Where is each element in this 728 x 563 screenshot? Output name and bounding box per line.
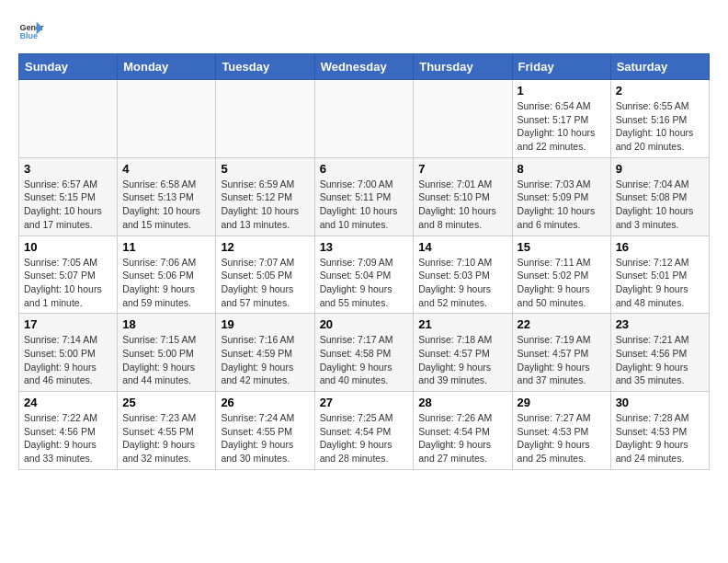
- day-number: 9: [616, 162, 704, 176]
- day-header-wednesday: Wednesday: [314, 54, 414, 80]
- calendar-week-5: 24Sunrise: 7:22 AMSunset: 4:56 PMDayligh…: [19, 392, 710, 470]
- day-number: 26: [221, 396, 309, 409]
- calendar-cell: 3Sunrise: 6:57 AMSunset: 5:15 PMDaylight…: [19, 157, 118, 236]
- day-info: Sunrise: 7:14 AMSunset: 5:00 PMDaylight:…: [24, 333, 112, 387]
- calendar-cell: 12Sunrise: 7:07 AMSunset: 5:05 PMDayligh…: [216, 236, 314, 314]
- calendar-cell: 20Sunrise: 7:17 AMSunset: 4:58 PMDayligh…: [314, 314, 414, 392]
- calendar-cell: 9Sunrise: 7:04 AMSunset: 5:08 PMDaylight…: [610, 157, 709, 236]
- calendar-cell: 28Sunrise: 7:26 AMSunset: 4:54 PMDayligh…: [414, 392, 512, 470]
- calendar-cell: 27Sunrise: 7:25 AMSunset: 4:54 PMDayligh…: [314, 392, 414, 470]
- day-info: Sunrise: 7:05 AMSunset: 5:07 PMDaylight:…: [24, 256, 112, 310]
- day-info: Sunrise: 7:24 AMSunset: 4:55 PMDaylight:…: [221, 411, 309, 465]
- calendar-cell: 17Sunrise: 7:14 AMSunset: 5:00 PMDayligh…: [19, 314, 118, 392]
- day-info: Sunrise: 7:19 AMSunset: 4:57 PMDaylight:…: [518, 333, 606, 387]
- calendar-week-4: 17Sunrise: 7:14 AMSunset: 5:00 PMDayligh…: [19, 314, 710, 392]
- day-number: 28: [418, 396, 506, 409]
- day-info: Sunrise: 6:58 AMSunset: 5:13 PMDaylight:…: [122, 178, 210, 232]
- calendar-cell: 5Sunrise: 6:59 AMSunset: 5:12 PMDaylight…: [216, 157, 314, 236]
- day-header-thursday: Thursday: [414, 54, 512, 80]
- calendar-cell: 29Sunrise: 7:27 AMSunset: 4:53 PMDayligh…: [512, 392, 610, 470]
- calendar-cell: 26Sunrise: 7:24 AMSunset: 4:55 PMDayligh…: [216, 392, 314, 470]
- day-info: Sunrise: 7:12 AMSunset: 5:01 PMDaylight:…: [616, 256, 704, 310]
- day-number: 18: [122, 317, 210, 331]
- day-number: 7: [418, 162, 506, 176]
- day-number: 30: [616, 396, 704, 409]
- day-header-tuesday: Tuesday: [216, 54, 314, 80]
- calendar-cell: [118, 80, 216, 158]
- day-number: 23: [616, 317, 704, 331]
- day-number: 27: [320, 396, 409, 409]
- day-info: Sunrise: 7:03 AMSunset: 5:09 PMDaylight:…: [518, 178, 606, 232]
- day-number: 2: [616, 84, 704, 98]
- calendar-cell: 11Sunrise: 7:06 AMSunset: 5:06 PMDayligh…: [118, 236, 216, 314]
- calendar-cell: 30Sunrise: 7:28 AMSunset: 4:53 PMDayligh…: [610, 392, 709, 470]
- calendar-cell: 16Sunrise: 7:12 AMSunset: 5:01 PMDayligh…: [610, 236, 709, 314]
- calendar-cell: [216, 80, 314, 158]
- day-number: 21: [418, 317, 506, 331]
- calendar-cell: 23Sunrise: 7:21 AMSunset: 4:56 PMDayligh…: [610, 314, 709, 392]
- day-header-monday: Monday: [118, 54, 216, 80]
- day-number: 4: [122, 162, 210, 176]
- day-info: Sunrise: 7:18 AMSunset: 4:57 PMDaylight:…: [418, 333, 506, 387]
- calendar-cell: 13Sunrise: 7:09 AMSunset: 5:04 PMDayligh…: [314, 236, 414, 314]
- calendar-cell: 8Sunrise: 7:03 AMSunset: 5:09 PMDaylight…: [512, 157, 610, 236]
- day-info: Sunrise: 7:22 AMSunset: 4:56 PMDaylight:…: [24, 411, 112, 465]
- logo-icon: General Blue: [18, 18, 44, 44]
- calendar-week-3: 10Sunrise: 7:05 AMSunset: 5:07 PMDayligh…: [19, 236, 710, 314]
- day-info: Sunrise: 7:09 AMSunset: 5:04 PMDaylight:…: [320, 256, 409, 310]
- logo: General Blue: [18, 18, 48, 44]
- day-info: Sunrise: 7:15 AMSunset: 5:00 PMDaylight:…: [122, 333, 210, 387]
- day-info: Sunrise: 7:21 AMSunset: 4:56 PMDaylight:…: [616, 333, 704, 387]
- day-info: Sunrise: 7:23 AMSunset: 4:55 PMDaylight:…: [122, 411, 210, 465]
- day-number: 17: [24, 317, 112, 331]
- day-number: 5: [221, 162, 309, 176]
- day-info: Sunrise: 6:59 AMSunset: 5:12 PMDaylight:…: [221, 178, 309, 232]
- calendar-cell: 2Sunrise: 6:55 AMSunset: 5:16 PMDaylight…: [610, 80, 709, 158]
- day-info: Sunrise: 7:25 AMSunset: 4:54 PMDaylight:…: [320, 411, 409, 465]
- calendar-header-row: SundayMondayTuesdayWednesdayThursdayFrid…: [19, 54, 710, 80]
- calendar-cell: 19Sunrise: 7:16 AMSunset: 4:59 PMDayligh…: [216, 314, 314, 392]
- day-info: Sunrise: 7:10 AMSunset: 5:03 PMDaylight:…: [418, 256, 506, 310]
- day-info: Sunrise: 7:00 AMSunset: 5:11 PMDaylight:…: [320, 178, 409, 232]
- day-info: Sunrise: 7:26 AMSunset: 4:54 PMDaylight:…: [418, 411, 506, 465]
- day-number: 3: [24, 162, 112, 176]
- day-info: Sunrise: 7:01 AMSunset: 5:10 PMDaylight:…: [418, 178, 506, 232]
- calendar-cell: 22Sunrise: 7:19 AMSunset: 4:57 PMDayligh…: [512, 314, 610, 392]
- day-number: 15: [518, 240, 606, 254]
- day-info: Sunrise: 6:55 AMSunset: 5:16 PMDaylight:…: [616, 99, 704, 154]
- day-number: 25: [122, 396, 210, 409]
- day-info: Sunrise: 7:06 AMSunset: 5:06 PMDaylight:…: [122, 256, 210, 310]
- day-number: 13: [320, 240, 409, 254]
- day-info: Sunrise: 6:57 AMSunset: 5:15 PMDaylight:…: [24, 178, 112, 232]
- calendar-cell: 4Sunrise: 6:58 AMSunset: 5:13 PMDaylight…: [118, 157, 216, 236]
- calendar-cell: 25Sunrise: 7:23 AMSunset: 4:55 PMDayligh…: [118, 392, 216, 470]
- day-info: Sunrise: 7:28 AMSunset: 4:53 PMDaylight:…: [616, 411, 704, 465]
- day-number: 6: [320, 162, 409, 176]
- calendar-cell: [414, 80, 512, 158]
- day-number: 22: [518, 317, 606, 331]
- day-header-sunday: Sunday: [19, 54, 118, 80]
- calendar-week-1: 1Sunrise: 6:54 AMSunset: 5:17 PMDaylight…: [19, 80, 710, 158]
- day-number: 1: [518, 84, 606, 98]
- day-number: 12: [221, 240, 309, 254]
- calendar-cell: 18Sunrise: 7:15 AMSunset: 5:00 PMDayligh…: [118, 314, 216, 392]
- calendar-cell: 1Sunrise: 6:54 AMSunset: 5:17 PMDaylight…: [512, 80, 610, 158]
- calendar-cell: [314, 80, 414, 158]
- day-number: 14: [418, 240, 506, 254]
- calendar-body: 1Sunrise: 6:54 AMSunset: 5:17 PMDaylight…: [19, 80, 710, 470]
- calendar-table: SundayMondayTuesdayWednesdayThursdayFrid…: [18, 53, 710, 470]
- day-info: Sunrise: 7:07 AMSunset: 5:05 PMDaylight:…: [221, 256, 309, 310]
- calendar-cell: 14Sunrise: 7:10 AMSunset: 5:03 PMDayligh…: [414, 236, 512, 314]
- day-number: 29: [518, 396, 606, 409]
- day-number: 24: [24, 396, 112, 409]
- day-number: 19: [221, 317, 309, 331]
- calendar-week-2: 3Sunrise: 6:57 AMSunset: 5:15 PMDaylight…: [19, 157, 710, 236]
- day-header-saturday: Saturday: [610, 54, 709, 80]
- header: General Blue: [18, 18, 710, 44]
- day-number: 20: [320, 317, 409, 331]
- calendar-cell: 21Sunrise: 7:18 AMSunset: 4:57 PMDayligh…: [414, 314, 512, 392]
- day-info: Sunrise: 7:17 AMSunset: 4:58 PMDaylight:…: [320, 333, 409, 387]
- day-number: 8: [518, 162, 606, 176]
- day-info: Sunrise: 6:54 AMSunset: 5:17 PMDaylight:…: [518, 99, 606, 154]
- calendar-cell: 15Sunrise: 7:11 AMSunset: 5:02 PMDayligh…: [512, 236, 610, 314]
